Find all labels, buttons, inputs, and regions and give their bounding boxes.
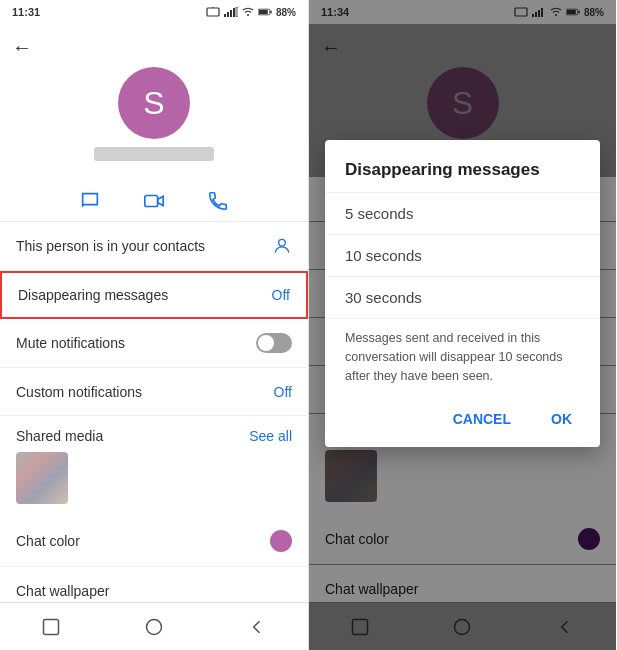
custom-notif-value: Off	[274, 384, 292, 400]
disappearing-label: Disappearing messages	[18, 287, 168, 303]
svg-rect-12	[44, 619, 59, 634]
dialog-title: Disappearing messages	[325, 140, 600, 192]
media-thumbnail	[16, 452, 68, 504]
chat-icon[interactable]	[74, 185, 106, 217]
video-icon[interactable]	[138, 185, 170, 217]
alarm-icon	[206, 7, 220, 17]
svg-rect-2	[224, 14, 226, 17]
custom-notif-label: Custom notifications	[16, 384, 142, 400]
ok-button[interactable]: OK	[535, 403, 588, 435]
custom-notif-item[interactable]: Custom notifications Off	[0, 368, 308, 416]
disappearing-messages-item[interactable]: Disappearing messages Off	[0, 271, 308, 319]
svg-rect-8	[259, 10, 268, 14]
back-button-left[interactable]: ←	[0, 32, 44, 63]
wifi-icon	[242, 7, 254, 17]
avatar-left: S	[118, 67, 190, 139]
left-panel: 11:31 88% ← S This person is in your con…	[0, 0, 308, 650]
see-all-link[interactable]: See all	[249, 428, 292, 444]
option-10s[interactable]: 10 seconds	[325, 234, 600, 276]
chat-color-item[interactable]: Chat color	[0, 516, 308, 567]
battery-pct-left: 88%	[276, 7, 296, 18]
cancel-button[interactable]: CANCEL	[437, 403, 527, 435]
settings-list-left: This person is in your contacts Disappea…	[0, 222, 308, 602]
nav-back-left[interactable]	[243, 613, 271, 641]
status-bar-left: 11:31 88%	[0, 0, 308, 24]
contacts-label: This person is in your contacts	[16, 238, 205, 254]
mute-item[interactable]: Mute notifications	[0, 319, 308, 368]
contacts-icon	[272, 236, 292, 256]
mute-label: Mute notifications	[16, 335, 125, 351]
mute-toggle[interactable]	[256, 333, 292, 353]
svg-rect-3	[227, 12, 229, 17]
svg-point-11	[279, 239, 286, 246]
battery-icon	[258, 7, 272, 17]
svg-rect-0	[207, 8, 219, 16]
svg-rect-10	[145, 196, 158, 207]
shared-media-header: Shared media See all	[0, 416, 308, 452]
disappearing-value: Off	[272, 287, 290, 303]
svg-rect-9	[270, 11, 271, 14]
dialog-buttons: CANCEL OK	[325, 399, 600, 439]
contact-name-placeholder	[94, 147, 214, 161]
svg-rect-6	[236, 7, 238, 17]
chat-color-dot	[270, 530, 292, 552]
shared-media-label: Shared media	[16, 428, 103, 444]
time-left: 11:31	[12, 6, 40, 18]
profile-header-left: ← S	[0, 24, 308, 177]
action-row-left	[0, 177, 308, 222]
right-panel: 11:34 88% ← S Th... D... Off	[308, 0, 616, 650]
chat-wallpaper-label: Chat wallpaper	[16, 583, 109, 599]
nav-square-left[interactable]	[37, 613, 65, 641]
nav-circle-left[interactable]	[140, 613, 168, 641]
svg-point-13	[146, 619, 161, 634]
signal-icon	[224, 7, 238, 17]
status-icons-left: 88%	[206, 7, 296, 18]
dialog-description: Messages sent and received in this conve…	[325, 318, 600, 399]
option-5s[interactable]: 5 seconds	[325, 192, 600, 234]
svg-rect-5	[233, 8, 235, 17]
phone-icon[interactable]	[202, 185, 234, 217]
svg-rect-4	[230, 10, 232, 17]
nav-bar-left	[0, 602, 308, 650]
option-30s[interactable]: 30 seconds	[325, 276, 600, 318]
contacts-item[interactable]: This person is in your contacts	[0, 222, 308, 271]
chat-wallpaper-item[interactable]: Chat wallpaper	[0, 567, 308, 602]
chat-color-label: Chat color	[16, 533, 80, 549]
disappearing-dialog: Disappearing messages 5 seconds 10 secon…	[325, 140, 600, 447]
